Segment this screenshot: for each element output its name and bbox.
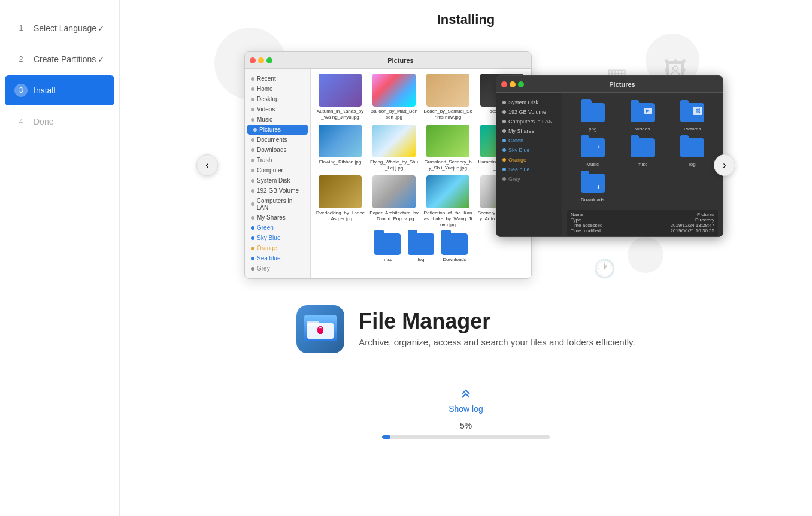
fm-dark-green[interactable]: Green bbox=[496, 136, 562, 145]
fm-sidebar-computer[interactable]: Computer bbox=[245, 165, 310, 175]
step-number-2: 2 bbox=[14, 53, 28, 66]
fm-sidebar-downloads[interactable]: Downloads bbox=[245, 145, 310, 155]
carousel-area: ‹ 🖼 ♪ ▦ 📄 🕐 🗑 Pictures Recent Home bbox=[196, 40, 735, 291]
fm-dark-orange[interactable]: Orange bbox=[496, 155, 562, 165]
fm-dark-close bbox=[501, 81, 507, 87]
fm-folder-row: misc log Downloads bbox=[316, 233, 526, 263]
dm-file-log[interactable]: log bbox=[669, 135, 716, 167]
fm-dark-titlebar: Pictures bbox=[496, 76, 723, 93]
fm-filename-3: Beach_by_Samuel_Scrims haw.jpg bbox=[423, 108, 472, 120]
fm-sidebar-systemdisk[interactable]: System Disk bbox=[245, 175, 310, 186]
fm-sidebar-myshares[interactable]: My Shares bbox=[245, 213, 310, 223]
sidebar-item-select-language[interactable]: 1 Select Language ✓ bbox=[5, 13, 114, 43]
file-manager-app-icon bbox=[301, 310, 340, 348]
fm-filename-10: Paper_Architecture_by_D mitri_Popov.jpg bbox=[369, 210, 419, 221]
fm-sidebar-green[interactable]: Green bbox=[245, 223, 310, 233]
carousel-next-button[interactable]: › bbox=[714, 154, 735, 176]
fm-filename-5: Flowing_Ribbon.jpg bbox=[319, 159, 361, 165]
dm-file-videos[interactable]: ▶ Videos bbox=[619, 100, 665, 132]
fm-dark-volume[interactable]: 192 GB Volume bbox=[496, 107, 562, 117]
step-number-3: 3 bbox=[14, 84, 28, 97]
fm-folder-misc[interactable]: misc bbox=[374, 233, 401, 263]
fm-dark-lan[interactable]: Computers in LAN bbox=[496, 117, 562, 126]
carousel-prev-button[interactable]: ‹ bbox=[196, 154, 218, 176]
fm-thumb-2 bbox=[372, 74, 416, 107]
fm-sidebar-music[interactable]: Music bbox=[245, 114, 310, 125]
fm-sidebar-skyblue[interactable]: Sky Blue bbox=[245, 233, 310, 243]
fm-sidebar-seablue[interactable]: Sea blue bbox=[245, 253, 310, 263]
fm-folder-downloads[interactable]: Downloads bbox=[441, 233, 468, 263]
app-text-block: File Manager Archive, organize, access a… bbox=[359, 311, 635, 348]
fm-sidebar-documents[interactable]: Documents bbox=[245, 135, 310, 145]
progress-bar-container bbox=[382, 435, 550, 439]
fm-filename-2: Balloon_by_Matt_Benson .jpg bbox=[369, 108, 419, 120]
fm-sidebar-pictures[interactable]: Pictures bbox=[247, 125, 308, 135]
fm-dark-seablue[interactable]: Sea blue bbox=[496, 165, 562, 174]
fm-file-grid: Autumn_in_Kanas_by_Wa ng_Jinyu.jpg Ballo… bbox=[316, 74, 526, 227]
fm-dark-systemdisk[interactable]: System Disk bbox=[496, 98, 562, 107]
step-label-1: Select Language bbox=[34, 23, 98, 33]
show-log-area: Show log bbox=[449, 389, 483, 414]
fm-dark-content: png ▶ Videos bbox=[562, 93, 723, 236]
fm-sidebar-orange[interactable]: Orange bbox=[245, 243, 310, 253]
fm-file-9[interactable]: Overlooking_by_Lance_As per.jpg bbox=[316, 175, 365, 227]
fm-dark-maximize bbox=[518, 81, 524, 87]
fm-file-3[interactable]: Beach_by_Samuel_Scrims haw.jpg bbox=[423, 74, 472, 120]
fm-file-10[interactable]: Paper_Architecture_by_D mitri_Popov.jpg bbox=[369, 175, 419, 227]
dm-file-dlv2[interactable]: ⬇ Downloads bbox=[569, 171, 616, 202]
fm-file-11[interactable]: Reflection_of_the_Kanas_ Lake_by_Wang_Ji… bbox=[423, 175, 472, 227]
fm-thumb-1 bbox=[319, 74, 362, 107]
fm-filename-6: Flying_Whale_by_Shu_Lej j.pg bbox=[369, 159, 419, 171]
fm-dark-skyblue[interactable]: Sky Blue bbox=[496, 145, 562, 155]
fm-file-6[interactable]: Flying_Whale_by_Shu_Lej j.pg bbox=[369, 125, 419, 171]
sidebar-item-done[interactable]: 4 Done bbox=[5, 107, 114, 136]
clock-deco-icon: 🕐 bbox=[593, 258, 616, 279]
dm-file-pictures[interactable]: 🖼 Pictures bbox=[669, 100, 716, 132]
fm-dark-myshares[interactable]: My Shares bbox=[496, 126, 562, 136]
check-icon-1: ✓ bbox=[98, 23, 105, 33]
fm-sidebar: Recent Home Desktop Videos Music Picture… bbox=[245, 69, 311, 278]
show-log-button[interactable]: Show log bbox=[449, 404, 483, 414]
fm-sidebar-volume[interactable]: 192 GB Volume bbox=[245, 186, 310, 196]
dm-file-png[interactable]: png bbox=[569, 100, 616, 132]
fm-sidebar-home[interactable]: Home bbox=[245, 84, 310, 94]
fm-body: Recent Home Desktop Videos Music Picture… bbox=[245, 69, 531, 278]
fm-sidebar-desktop[interactable]: Desktop bbox=[245, 94, 310, 104]
chevron-left-icon: ‹ bbox=[205, 160, 208, 171]
step-number-1: 1 bbox=[14, 22, 28, 35]
fm-dark-detail: NamePictures TypeDirectory Time accessed… bbox=[567, 210, 718, 236]
fm-folder-log[interactable]: log bbox=[408, 233, 434, 263]
fm-dark-title: Pictures bbox=[526, 81, 718, 88]
fm-thumb-5 bbox=[319, 125, 362, 157]
fm-filename-11: Reflection_of_the_Kanas_ Lake_by_Wang_Ji… bbox=[423, 210, 472, 227]
fm-dark-grid: png ▶ Videos bbox=[567, 98, 718, 205]
page-title: Installing bbox=[437, 12, 495, 28]
progress-bar-fill bbox=[382, 435, 390, 439]
fm-maximize-dot bbox=[266, 57, 272, 63]
dm-file-misc[interactable]: misc bbox=[619, 135, 665, 167]
fm-filename-9: Overlooking_by_Lance_As per.jpg bbox=[316, 210, 365, 221]
fm-sidebar-lan[interactable]: Computers in LAN bbox=[245, 196, 310, 213]
progress-area: 5% bbox=[376, 421, 556, 439]
fm-file-7[interactable]: Grassland_Scenery_by_Sh i_Yuejun.jpg bbox=[423, 125, 472, 171]
fm-sidebar-trash[interactable]: Trash bbox=[245, 155, 310, 165]
fm-file-2[interactable]: Balloon_by_Matt_Benson .jpg bbox=[369, 74, 419, 120]
fm-sidebar-recent[interactable]: Recent bbox=[245, 74, 310, 84]
fm-file-5[interactable]: Flowing_Ribbon.jpg bbox=[316, 125, 365, 171]
fm-file-1[interactable]: Autumn_in_Kanas_by_Wa ng_Jinyu.jpg bbox=[316, 74, 365, 120]
fm-thumb-10 bbox=[372, 175, 416, 208]
sidebar-item-create-partitions[interactable]: 2 Create Partitions ✓ bbox=[5, 44, 114, 74]
fm-filename-1: Autumn_in_Kanas_by_Wa ng_Jinyu.jpg bbox=[316, 108, 365, 120]
fm-sidebar-grey[interactable]: Grey bbox=[245, 263, 310, 274]
fm-dark-modified-row: Time modified2019/06/21 16:30:55 bbox=[571, 228, 714, 233]
progress-percent-label: 5% bbox=[460, 421, 472, 430]
step-label-2: Create Partitions bbox=[34, 54, 98, 64]
fm-sidebar-videos[interactable]: Videos bbox=[245, 104, 310, 114]
chevron-double-up-icon bbox=[460, 389, 472, 402]
app-icon-container bbox=[296, 305, 344, 353]
fm-close-dot bbox=[250, 57, 256, 63]
check-icon-2: ✓ bbox=[98, 54, 105, 64]
fm-dark-grey[interactable]: Grey bbox=[496, 174, 562, 184]
sidebar-item-install[interactable]: 3 Install bbox=[5, 75, 114, 105]
dm-file-music[interactable]: ♪ Music bbox=[569, 135, 616, 167]
